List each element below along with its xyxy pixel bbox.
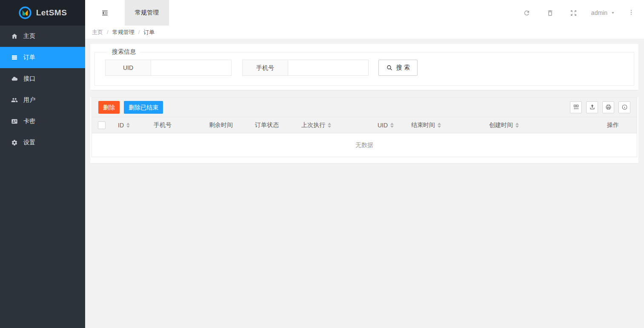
- sort-icon[interactable]: [390, 123, 394, 128]
- phone-field-label: 手机号: [242, 60, 288, 76]
- breadcrumb-item: 订单: [143, 29, 155, 36]
- column-title: 结束时间: [411, 121, 435, 129]
- table-tool-icons: [570, 101, 630, 113]
- table-header-row: ID手机号剩余时间订单状态上次执行UID结束时间创建时间操作: [92, 117, 637, 133]
- idcard-icon: [11, 118, 18, 125]
- sidebar-item-orders[interactable]: 订单: [0, 47, 85, 68]
- sort-icon[interactable]: [126, 123, 130, 128]
- sidebar-item-label: 主页: [23, 32, 35, 40]
- logo: LetSMS: [0, 0, 85, 26]
- delete-finished-button[interactable]: 删除已结束: [124, 101, 163, 114]
- uid-field-label: UID: [105, 60, 151, 76]
- column-header-8: 操作: [589, 117, 637, 133]
- column-title: UID: [378, 122, 388, 129]
- username: admin: [591, 9, 607, 16]
- orders-icon: [11, 54, 18, 61]
- user-dropdown[interactable]: admin: [585, 9, 622, 16]
- column-header-6[interactable]: 结束时间: [405, 117, 483, 133]
- column-header-7[interactable]: 创建时间: [483, 117, 589, 133]
- table-toolbar: 删除 删除已结束: [92, 98, 637, 117]
- breadcrumb-separator: /: [107, 29, 109, 35]
- fullscreen-icon: [570, 9, 577, 17]
- info-icon: [621, 104, 628, 110]
- cloud-icon: [11, 75, 18, 82]
- delete-button[interactable]: 删除: [98, 101, 120, 114]
- sidebar-nav: 主页订单接口用户卡密设置: [0, 26, 85, 153]
- refresh-icon: [523, 9, 530, 17]
- users-icon: [11, 97, 18, 104]
- column-header-5[interactable]: UID: [371, 117, 405, 133]
- search-button[interactable]: 搜 索: [378, 60, 418, 76]
- brand-logo-icon: [18, 6, 32, 20]
- sidebar-item-cards[interactable]: 卡密: [0, 111, 85, 132]
- sort-icon[interactable]: [515, 123, 519, 128]
- phone-field-group: 手机号: [242, 60, 369, 76]
- table-empty-state: 无数据: [92, 133, 637, 157]
- uid-field-group: UID: [105, 60, 232, 76]
- print-button[interactable]: [602, 101, 614, 113]
- column-title: 操作: [607, 121, 619, 129]
- filter-columns-button[interactable]: [570, 101, 582, 113]
- export-icon: [589, 104, 595, 110]
- column-title: 创建时间: [489, 121, 513, 129]
- columns-icon: [573, 104, 579, 110]
- breadcrumb-separator: /: [138, 29, 140, 35]
- select-all-cell: [92, 117, 112, 133]
- orders-table: 删除 删除已结束: [92, 97, 637, 157]
- column-title: 订单状态: [255, 121, 279, 129]
- column-header-2: 剩余时间: [203, 117, 249, 133]
- caret-down-icon: [610, 10, 616, 16]
- sidebar-item-label: 订单: [23, 54, 35, 61]
- search-panel: 搜索信息 UID 手机号 搜 索: [90, 44, 638, 90]
- breadcrumb-item: 常规管理: [112, 29, 135, 36]
- sort-icon[interactable]: [328, 123, 331, 128]
- sidebar-item-settings[interactable]: 设置: [0, 132, 85, 153]
- column-header-1: 手机号: [147, 117, 203, 133]
- column-title: 手机号: [154, 121, 172, 129]
- sidebar-item-users[interactable]: 用户: [0, 89, 85, 111]
- search-fieldset: 搜索信息 UID 手机号 搜 索: [94, 48, 634, 86]
- column-title: 上次执行: [301, 121, 325, 129]
- more-vertical-icon: [628, 9, 635, 16]
- tab-general-management[interactable]: 常规管理: [125, 0, 169, 26]
- fullscreen-button[interactable]: [562, 0, 585, 26]
- print-icon: [605, 104, 612, 110]
- sidebar-item-label: 卡密: [23, 118, 35, 125]
- column-title: ID: [118, 122, 124, 129]
- column-header-4[interactable]: 上次执行: [295, 117, 371, 133]
- search-form-row: UID 手机号 搜 索: [105, 60, 634, 76]
- export-button[interactable]: [586, 101, 598, 113]
- sort-icon[interactable]: [438, 123, 441, 128]
- search-button-label: 搜 索: [396, 64, 410, 72]
- column-header-3: 订单状态: [249, 117, 295, 133]
- sidebar-item-label: 接口: [23, 75, 35, 83]
- sidebar-item-home[interactable]: 主页: [0, 26, 85, 47]
- sidebar: LetSMS 主页订单接口用户卡密设置: [0, 0, 85, 328]
- tab-label: 常规管理: [135, 9, 159, 17]
- orders-table-panel: 删除 删除已结束: [90, 97, 638, 163]
- phone-input[interactable]: [288, 60, 369, 76]
- info-button[interactable]: [618, 101, 630, 113]
- clear-cache-button[interactable]: [538, 0, 562, 26]
- breadcrumb-item[interactable]: 主页: [92, 29, 103, 36]
- more-menu-button[interactable]: [622, 9, 637, 17]
- sidebar-item-interface[interactable]: 接口: [0, 68, 85, 89]
- refresh-button[interactable]: [515, 0, 538, 26]
- sidebar-item-label: 用户: [23, 96, 35, 104]
- sidebar-item-label: 设置: [23, 139, 35, 147]
- trash-icon: [547, 9, 554, 17]
- breadcrumb: 主页/常规管理/订单: [85, 26, 644, 39]
- search-icon: [386, 64, 393, 71]
- column-title: 剩余时间: [209, 121, 233, 129]
- collapse-icon: [101, 9, 109, 17]
- home-icon: [11, 33, 18, 40]
- gear-icon: [11, 139, 18, 146]
- column-header-0[interactable]: ID: [112, 117, 147, 133]
- top-header: 常规管理 admin: [85, 0, 644, 26]
- brand-name: LetSMS: [36, 8, 67, 17]
- header-actions: admin: [515, 0, 644, 26]
- main-content: 搜索信息 UID 手机号 搜 索: [85, 39, 644, 328]
- sidebar-collapse-button[interactable]: [85, 0, 125, 26]
- select-all-checkbox[interactable]: [98, 121, 106, 129]
- uid-input[interactable]: [151, 60, 232, 76]
